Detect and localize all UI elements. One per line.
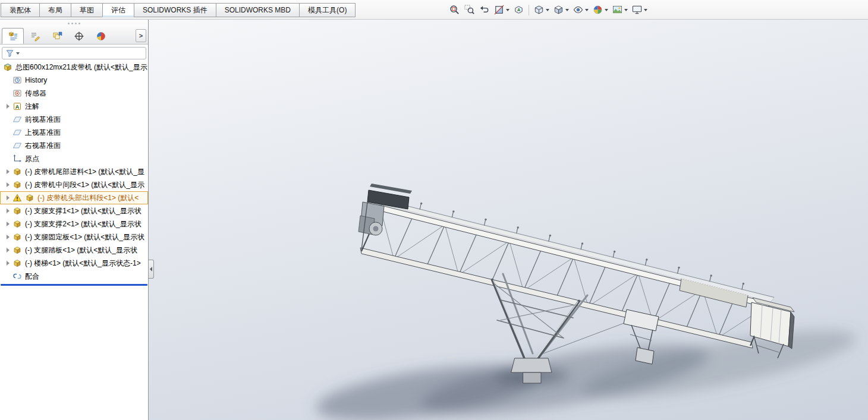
- feature-manager-panel: > 总图600x12mx21皮带机 (默认<默认_显示History传感器A注解…: [0, 20, 149, 420]
- tab-layout[interactable]: 布局: [39, 3, 71, 17]
- plane-icon: [12, 141, 23, 150]
- command-tabs: 装配体布局草图评估SOLIDWORKS 插件SOLIDWORKS MBD模具工具…: [1, 3, 356, 17]
- expand-arrow-icon[interactable]: [4, 104, 12, 109]
- filter-dropdown-caret-icon: [16, 52, 20, 55]
- propertymanager-tab[interactable]: [24, 28, 46, 44]
- hide-show-items-icon: [573, 4, 584, 15]
- tree-item-top-plane[interactable]: 上视基准面: [0, 126, 148, 139]
- panel-tabs-expand-button[interactable]: >: [136, 29, 146, 42]
- tree-item-origin[interactable]: 原点: [0, 152, 148, 165]
- expand-arrow-icon[interactable]: [4, 209, 12, 213]
- expand-arrow-icon[interactable]: [4, 182, 12, 187]
- tree-item-mates[interactable]: 配合: [0, 270, 148, 283]
- tree-item-label: 右视基准面: [25, 141, 61, 151]
- dropdown-caret-icon: [546, 9, 549, 11]
- tree-item-label: 配合: [25, 271, 39, 282]
- apply-scene-icon: [612, 4, 623, 15]
- view-orientation-icon: [533, 4, 545, 15]
- tree-item-label: 注解: [25, 102, 39, 112]
- tree-item-label: (-) 皮带机尾部进料<1> (默认<默认_显: [25, 167, 144, 177]
- tree-item-component-leg-support-2[interactable]: (-) 支腿支撑2<1> (默认<默认_显示状: [0, 217, 148, 230]
- featuremanager-design-tree-icon: [8, 31, 18, 42]
- displaymanager-tab[interactable]: [90, 28, 112, 44]
- hide-show-items-button[interactable]: [571, 3, 590, 17]
- tree-item-right-plane[interactable]: 右视基准面: [0, 139, 148, 152]
- tree-item-annotations[interactable]: A注解: [0, 100, 148, 113]
- previous-view-icon: [479, 4, 490, 15]
- tree-item-component-leg-support-1[interactable]: (-) 支腿支撑1<1> (默认<默认_显示状: [0, 204, 148, 217]
- previous-view-button[interactable]: [477, 3, 492, 17]
- section-view-icon: [493, 4, 505, 15]
- tree-item-component-tail-feed[interactable]: (-) 皮带机尾部进料<1> (默认<默认_显: [0, 165, 148, 178]
- tree-item-component-middle-section[interactable]: (-) 皮带机中间段<1> (默认<默认_显示: [0, 178, 148, 191]
- panel-tab-strip: >: [0, 27, 148, 45]
- tree-item-front-plane[interactable]: 前视基准面: [0, 113, 148, 126]
- dimxpertmanager-tab[interactable]: [68, 28, 90, 44]
- filter-bar[interactable]: [2, 47, 146, 59]
- configurationmanager-icon: [52, 31, 62, 42]
- tree-item-label: (-) 支腿固定板<1> (默认<默认_显示状: [25, 232, 144, 242]
- tree-item-component-leg-fixing-plate[interactable]: (-) 支腿固定板<1> (默认<默认_显示状: [0, 230, 148, 244]
- tree-item-label: 传感器: [25, 89, 46, 99]
- dropdown-caret-icon: [506, 9, 510, 11]
- tab-mold-tools[interactable]: 模具工具(O): [299, 3, 356, 17]
- zoom-to-area-button[interactable]: [462, 3, 477, 17]
- tab-sketch[interactable]: 草图: [71, 3, 103, 17]
- collapse-arrow-icon: [150, 267, 152, 271]
- tab-evaluate[interactable]: 评估: [102, 3, 134, 17]
- zoom-to-area-icon: [464, 4, 475, 15]
- tree-item-label: (-) 皮带机中间段<1> (默认<默认_显示: [25, 180, 144, 190]
- dropdown-caret-icon: [565, 9, 569, 11]
- edit-appearance-icon: [592, 4, 603, 15]
- tree-item-label: (-) 支腿支撑2<1> (默认<默认_显示状: [25, 219, 141, 229]
- displaymanager-icon: [96, 31, 106, 42]
- dynamic-annotation-views-button[interactable]: A: [511, 3, 526, 17]
- sensors-icon: [12, 89, 23, 98]
- tab-solidworks-mbd[interactable]: SOLIDWORKS MBD: [216, 3, 300, 17]
- display-style-button[interactable]: [551, 3, 571, 17]
- expand-arrow-icon[interactable]: [4, 195, 12, 200]
- expand-arrow-icon[interactable]: [4, 261, 12, 266]
- expand-arrow-icon[interactable]: [4, 248, 12, 252]
- dropdown-caret-icon: [605, 9, 608, 11]
- rollback-bar[interactable]: [1, 284, 147, 286]
- configurationmanager-tab[interactable]: [46, 28, 68, 44]
- tree-item-label: (-) 楼梯<1> (默认<默认_显示状态-1>: [25, 258, 141, 269]
- tree-item-component-head-discharge[interactable]: (-) 皮带机头部出料段<1> (默认<: [0, 191, 148, 204]
- view-orientation-button[interactable]: [532, 3, 551, 17]
- tree-item-history[interactable]: History: [0, 74, 148, 87]
- panel-resize-grip[interactable]: [0, 20, 148, 27]
- zoom-to-fit-button[interactable]: [447, 3, 462, 17]
- expand-arrow-icon[interactable]: [4, 235, 12, 239]
- component-icon: [12, 258, 23, 268]
- expand-arrow-icon[interactable]: [4, 222, 12, 226]
- dynamic-annotation-views-icon: A: [513, 4, 524, 15]
- tree-item-component-stairs[interactable]: (-) 楼梯<1> (默认<默认_显示状态-1>: [0, 257, 148, 270]
- tab-assembly[interactable]: 装配体: [1, 3, 40, 17]
- history-icon: [12, 75, 23, 85]
- tree-item-label: 总图600x12mx21皮带机 (默认<默认_显示: [15, 62, 147, 72]
- tab-solidworks-add-ins[interactable]: SOLIDWORKS 插件: [134, 3, 216, 17]
- apply-scene-button[interactable]: [610, 3, 630, 17]
- plane-icon: [12, 115, 23, 124]
- dimxpertmanager-icon: [74, 31, 84, 42]
- toolbar-separator: [529, 5, 529, 15]
- filter-icon: [5, 49, 14, 58]
- annotations-icon: A: [12, 102, 23, 111]
- tree-item-root-assembly[interactable]: 总图600x12mx21皮带机 (默认<默认_显示: [0, 61, 148, 74]
- featuremanager-design-tree-tab[interactable]: [2, 28, 24, 44]
- viewport-3d[interactable]: [149, 20, 868, 420]
- edit-appearance-button[interactable]: [590, 3, 610, 17]
- model-conveyor[interactable]: [149, 20, 868, 420]
- command-manager-bar: 装配体布局草图评估SOLIDWORKS 插件SOLIDWORKS MBD模具工具…: [0, 0, 868, 20]
- expand-arrow-icon[interactable]: [4, 169, 12, 174]
- tree-item-component-leg-tread[interactable]: (-) 支腿踏板<1> (默认<默认_显示状: [0, 244, 148, 257]
- warning-icon: [12, 193, 23, 203]
- dropdown-caret-icon: [624, 9, 628, 11]
- section-view-button[interactable]: [492, 3, 511, 17]
- view-settings-button[interactable]: [630, 3, 649, 17]
- panel-collapse-handle[interactable]: [149, 260, 154, 279]
- tree-item-sensors[interactable]: 传感器: [0, 87, 148, 100]
- component-icon: [12, 180, 23, 190]
- component-icon: [12, 232, 23, 242]
